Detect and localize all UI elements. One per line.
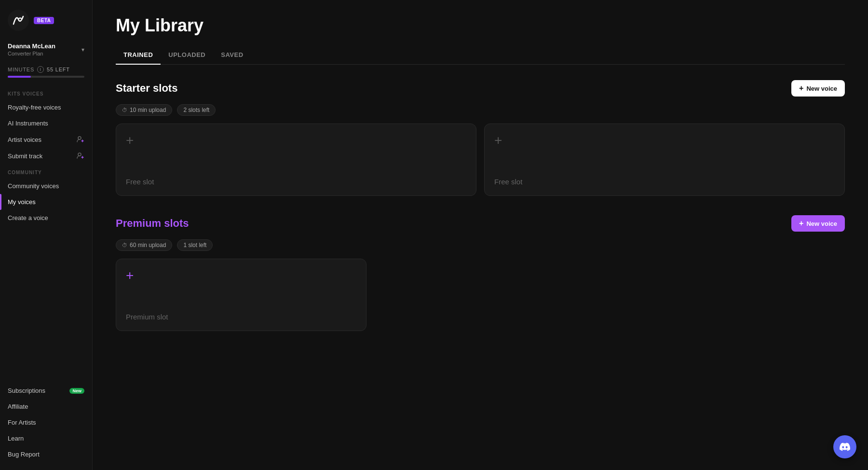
free-slot-plus-2: +: [494, 134, 835, 147]
sidebar-item-ai-instruments[interactable]: AI Instruments: [0, 115, 92, 131]
discord-icon: [840, 442, 850, 452]
user-name: Deanna McLean: [8, 42, 55, 50]
sidebar-item-subscriptions[interactable]: Subscriptions New: [0, 383, 92, 399]
starter-slots-header: Starter slots + New voice: [116, 80, 845, 97]
starter-upload-limit-tag: ⏱ 10 min upload: [116, 104, 172, 116]
sidebar-label-create-a-voice: Create a voice: [8, 214, 48, 221]
submit-track-icon: [77, 152, 84, 160]
main-content: My Library TRAINED UPLOADED SAVED Starte…: [93, 0, 868, 470]
sidebar-label-learn: Learn: [8, 435, 24, 442]
premium-plus-icon: +: [799, 219, 803, 228]
starter-slots-section: Starter slots + New voice ⏱ 10 min uploa…: [116, 80, 845, 196]
minutes-progress-bg: [8, 76, 84, 78]
free-slot-label-2: Free slot: [494, 178, 835, 186]
app-logo: [8, 10, 29, 31]
beta-badge: BETA: [34, 17, 54, 24]
sidebar-label-ai-instruments: AI Instruments: [8, 120, 48, 127]
premium-slot-label-1: Premium slot: [126, 313, 356, 321]
tabs-bar: TRAINED UPLOADED SAVED: [116, 47, 845, 65]
sidebar-item-artist-voices[interactable]: Artist voices: [0, 131, 92, 148]
sidebar-label-my-voices: My voices: [8, 198, 36, 206]
tab-trained[interactable]: TRAINED: [116, 47, 161, 64]
sidebar-item-learn[interactable]: Learn: [0, 430, 92, 446]
starter-upload-limit-text: 10 min upload: [130, 107, 166, 113]
sidebar-item-my-voices[interactable]: My voices: [0, 194, 92, 210]
free-slot-label-1: Free slot: [126, 178, 466, 186]
user-info: Deanna McLean Converter Plan: [8, 42, 55, 56]
clock-icon-starter: ⏱: [122, 107, 127, 113]
free-slot-card-2[interactable]: + Free slot: [484, 124, 845, 196]
sidebar-item-community-voices[interactable]: Community voices: [0, 178, 92, 194]
starter-slots-left-tag: 2 slots left: [177, 104, 216, 116]
premium-slot-grid: + Premium slot: [116, 259, 845, 331]
chevron-down-icon: ▾: [81, 46, 84, 53]
starter-plus-icon: +: [799, 84, 803, 93]
starter-slots-left-text: 2 slots left: [183, 107, 209, 113]
minutes-section: MINUTES i 55 left: [0, 62, 92, 85]
premium-upload-limit-text: 60 min upload: [130, 242, 166, 249]
premium-slots-header: Premium slots + New voice: [116, 215, 845, 232]
sidebar-item-royalty-free-voices[interactable]: Royalty-free voices: [0, 99, 92, 115]
community-label: COMMUNITY: [0, 164, 92, 178]
sidebar-item-create-a-voice[interactable]: Create a voice: [0, 210, 92, 226]
starter-slot-grid: + Free slot + Free slot: [116, 124, 845, 196]
tab-uploaded[interactable]: UPLOADED: [161, 47, 213, 64]
sidebar-item-for-artists[interactable]: For Artists: [0, 415, 92, 430]
premium-slots-title: Premium slots: [116, 217, 189, 230]
minutes-label: MINUTES i 55 left: [8, 66, 84, 73]
sidebar-item-submit-track[interactable]: Submit track: [0, 148, 92, 164]
svg-point-2: [78, 153, 81, 156]
tab-saved[interactable]: SAVED: [213, 47, 251, 64]
premium-slots-left-text: 1 slot left: [183, 242, 206, 249]
svg-point-1: [78, 137, 81, 139]
sidebar-label-bug-report: Bug Report: [8, 451, 40, 458]
sidebar: BETA Deanna McLean Converter Plan ▾ MINU…: [0, 0, 93, 470]
premium-slot-meta: ⏱ 60 min upload 1 slot left: [116, 239, 845, 251]
premium-slots-left-tag: 1 slot left: [177, 239, 213, 251]
sidebar-item-bug-report[interactable]: Bug Report: [0, 446, 92, 462]
premium-slot-plus-1: +: [126, 269, 356, 282]
page-title: My Library: [116, 15, 845, 36]
minutes-info-icon[interactable]: i: [37, 66, 44, 73]
premium-new-voice-label: New voice: [806, 220, 837, 227]
premium-upload-limit-tag: ⏱ 60 min upload: [116, 239, 172, 251]
logo-area: BETA: [0, 0, 92, 39]
free-slot-plus-1: +: [126, 134, 466, 147]
starter-slots-title: Starter slots: [116, 82, 177, 95]
discord-button[interactable]: [833, 435, 856, 458]
sidebar-label-artist-voices: Artist voices: [8, 136, 41, 143]
premium-slots-section: Premium slots + New voice ⏱ 60 min uploa…: [116, 215, 845, 331]
premium-slot-card-1[interactable]: + Premium slot: [116, 259, 366, 331]
sidebar-label-royalty-free: Royalty-free voices: [8, 104, 61, 111]
minutes-progress-fill: [8, 76, 31, 78]
free-slot-card-1[interactable]: + Free slot: [116, 124, 476, 196]
sidebar-label-submit-track: Submit track: [8, 152, 42, 160]
sidebar-bottom: Subscriptions New Affiliate For Artists …: [0, 383, 92, 462]
sidebar-label-community-voices: Community voices: [8, 182, 59, 190]
user-plan: Converter Plan: [8, 51, 55, 56]
sidebar-label-for-artists: For Artists: [8, 419, 36, 426]
user-section[interactable]: Deanna McLean Converter Plan ▾: [0, 39, 92, 62]
starter-new-voice-button[interactable]: + New voice: [791, 80, 845, 97]
sidebar-label-affiliate: Affiliate: [8, 403, 28, 410]
minutes-count: 55 left: [47, 67, 70, 72]
artist-voices-add-icon: [77, 136, 84, 143]
premium-new-voice-button[interactable]: + New voice: [791, 215, 845, 232]
sidebar-label-subscriptions: Subscriptions: [8, 387, 45, 394]
starter-new-voice-label: New voice: [806, 85, 837, 92]
subscriptions-new-badge: New: [69, 388, 84, 394]
kits-voices-label: KITS VOICES: [0, 85, 92, 99]
sidebar-item-affiliate[interactable]: Affiliate: [0, 399, 92, 415]
clock-icon-premium: ⏱: [122, 242, 127, 248]
starter-slot-meta: ⏱ 10 min upload 2 slots left: [116, 104, 845, 116]
